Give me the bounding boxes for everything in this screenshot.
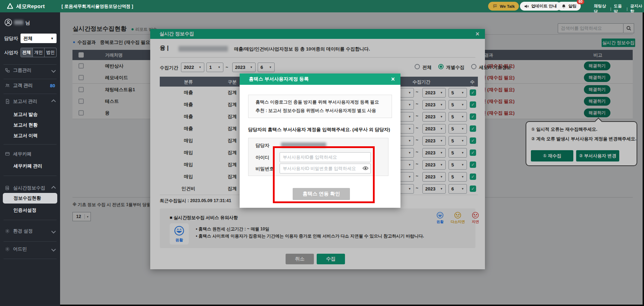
chat-bubble-icon	[492, 4, 498, 9]
sidebar-item-realtime-collect[interactable]: 실시간정보수집	[5, 185, 55, 191]
business-type-segmented: 전체 개인 법인	[21, 48, 57, 57]
chevron-up-icon	[51, 186, 56, 190]
credential-form: 담당자 아이디 비밀번호	[248, 138, 388, 176]
sidebar-item-group-mgmt[interactable]: 그룹관리	[5, 67, 55, 73]
info-line-1: 홈택스 이중로그인 충돌 방지를 위해 부서사용자계정 등록 필요	[256, 99, 379, 105]
sidebar-item-customer-mgmt[interactable]: 고객 관리 80	[5, 82, 55, 89]
dept-user-password-input[interactable]	[280, 164, 371, 173]
alarm-button[interactable]: 알림 60	[557, 2, 581, 11]
alarm-count-badge: 60	[577, 0, 584, 4]
manager-filter-label: 담당자	[4, 35, 18, 42]
password-label: 비밀번호	[256, 166, 274, 172]
redacted-manager-value	[281, 142, 326, 147]
info-line-2: 추천 : 보고서 정보수집용 위멤버스 부서사용자계정 별도 사용	[256, 108, 376, 114]
sidebar-item-tax-cafe-mgmt[interactable]: 세무카페 관리	[13, 163, 42, 169]
user-avatar-icon	[4, 18, 12, 27]
hometax-link-confirm-button[interactable]: 홈택스 연동 확인	[293, 188, 350, 200]
group-icon	[5, 68, 10, 73]
people-icon	[5, 83, 10, 88]
chevron-down-icon	[51, 68, 56, 73]
sidebar-item-collect-status-active[interactable]: 정보수집현황	[3, 193, 57, 204]
instruction-text: 담당자의 홈택스 부서사용자 계정을 입력해주세요. (세무사 외 담당자)	[248, 126, 390, 133]
manager-label: 담당자	[256, 142, 269, 149]
office-name: [ 로움세무회계서울영등포당산역점 ]	[62, 4, 133, 10]
chevron-down-icon: ▼	[51, 37, 54, 40]
biz-corp-button[interactable]: 법인	[45, 48, 56, 57]
app-window: 세모Report [ 로움세무회계서울영등포당산역점 ] We Talk 업데이…	[0, 0, 644, 306]
update-notice-button[interactable]: 업데이트 안내	[520, 2, 561, 11]
hometax-account-modal: 홈택스 부서사용자계정 등록 × 홈택스 이중로그인 충돌 방지를 위해 부서사…	[240, 73, 400, 208]
info-box: 홈택스 이중로그인 충돌 방지를 위해 부서사용자계정 등록 필요 추천 : 보…	[248, 95, 392, 118]
customer-count-badge: 80	[50, 83, 55, 88]
sidebar-item-tax-cafe[interactable]: 세무카페	[5, 151, 55, 157]
top-bar: 세모Report [ 로움세무회계서울영등포당산역점 ] We Talk 업데이…	[0, 0, 644, 12]
dept-user-id-input[interactable]	[280, 152, 371, 162]
sidebar: 님 담당자 전체 ▼ 사업자 전체 개인 법인 그룹관리 고객 관리 80 보고…	[0, 12, 60, 306]
modal-title: 홈택스 부서사용자계정 등록	[249, 76, 309, 82]
admin-gear-icon	[5, 247, 10, 252]
sidebar-item-report-send[interactable]: 보고서 발송	[13, 111, 38, 118]
chevron-up-icon	[51, 99, 56, 104]
close-icon[interactable]: ×	[391, 76, 395, 82]
brand-logo-icon	[6, 2, 14, 10]
biz-all-button[interactable]: 전체	[21, 48, 33, 57]
brand-name[interactable]: 세모Report	[16, 3, 45, 10]
chevron-down-icon	[51, 229, 56, 234]
redacted-user-name	[14, 20, 23, 25]
modal-header: 홈택스 부서사용자계정 등록 ×	[240, 73, 400, 85]
bell-icon	[561, 4, 566, 9]
gear-icon	[5, 229, 10, 234]
we-talk-button[interactable]: We Talk	[488, 2, 519, 11]
sidebar-item-report-history[interactable]: 보고서 이력	[13, 133, 38, 139]
report-icon	[5, 99, 10, 104]
biz-personal-button[interactable]: 개인	[33, 48, 45, 57]
speaker-icon	[524, 4, 529, 9]
sidebar-item-admin[interactable]: 어드민	[5, 246, 55, 252]
password-visibility-eye-icon[interactable]	[362, 166, 369, 171]
id-label: 아이디	[256, 154, 269, 161]
chevron-down-icon	[51, 247, 56, 252]
sidebar-item-cert-setting[interactable]: 인증서설정	[13, 207, 36, 213]
doc-search-icon	[5, 186, 10, 190]
business-filter-label: 사업자	[4, 49, 18, 56]
sidebar-item-env-setting[interactable]: 환경 설정	[5, 228, 55, 234]
sidebar-item-report-mgmt[interactable]: 보고서 관리	[5, 98, 55, 105]
cafe-icon	[5, 152, 10, 157]
user-name-suffix: 님	[25, 20, 30, 26]
manager-select[interactable]: 전체 ▼	[21, 34, 57, 43]
sidebar-item-report-status[interactable]: 보고서 현황	[13, 122, 38, 128]
